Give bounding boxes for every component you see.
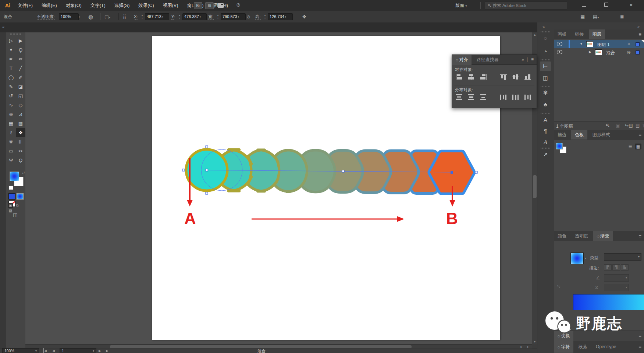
next-artboard-icon[interactable]: ▶ [99,348,101,353]
panel-collapse-icon[interactable]: » [522,57,524,62]
opacity-menu-arrow[interactable]: › [79,11,80,22]
close-button[interactable]: ✕ [623,1,640,9]
appearance-panel-icon[interactable]: ¶ [540,126,551,136]
reference-point-icon[interactable]: ⣿ [123,11,126,22]
control-panel-menu-icon[interactable]: ≣ [620,11,624,22]
symbol-sprayer-tool[interactable]: ❋ [6,137,16,147]
draw-behind-mode-button[interactable]: ⧉ [14,203,20,208]
width-stepper[interactable]: ▴▾ [216,14,220,20]
selection-tool[interactable]: ▷ [6,36,16,45]
height-label[interactable]: 高: [255,14,261,20]
curvature-tool[interactable]: ✑ [16,54,25,64]
tab-transparency[interactable]: 透明度 [571,231,592,241]
graphic-styles-panel-icon[interactable]: A [540,115,551,125]
slice-tool[interactable]: ✂ [16,147,25,156]
pen-tool[interactable]: ✒ [6,54,16,64]
asset-export-panel-icon[interactable]: ↗ [540,150,551,159]
maximize-button[interactable] [598,1,615,9]
anchor-handle-selected[interactable] [451,171,453,174]
y-label[interactable]: Y: [171,14,175,20]
new-layer-icon[interactable]: ▤ [636,123,640,128]
mesh-tool[interactable]: ▦ [6,119,16,128]
vertical-scroll-thumb[interactable] [533,175,537,198]
collapse-tools-icon[interactable]: « [2,25,4,29]
height-stepper[interactable]: ▴▾ [263,14,267,20]
adobe-stock-search-input[interactable]: 🔍︎ 搜索 Adobe Stock [485,1,567,10]
distribute-right-icon[interactable] [524,93,532,101]
scale-tool[interactable]: ◱ [16,91,25,100]
workspace-switcher[interactable]: 版面 ▾ [455,0,467,11]
chevron-down-icon[interactable]: ▾ [225,3,227,7]
layer-thumbnail[interactable] [586,41,593,47]
align-top-icon[interactable] [499,73,508,81]
menu-item-5[interactable]: 效果(C) [134,0,158,11]
align-left-icon[interactable] [455,73,463,81]
gpu-performance-icon[interactable] [218,3,224,8]
zoom-level-field[interactable]: 100%▾ [2,348,39,353]
list-view-icon[interactable]: ☰ [627,144,634,149]
delete-layer-icon[interactable]: 🗑︎ [642,123,644,128]
perspective-grid-tool[interactable]: ⊿ [16,110,25,119]
menu-item-3[interactable]: 文字(T) [86,0,110,11]
prev-artboard-icon[interactable]: ◀ [52,348,55,353]
gradient-tool[interactable]: ▧ [16,119,25,128]
selection-chip[interactable] [636,50,640,54]
distribute-v-center-icon[interactable] [467,93,475,101]
tab-character[interactable]: ◇ 字符 [554,341,573,353]
align-v-center-icon[interactable] [512,73,520,81]
selection-chip[interactable] [636,42,640,46]
locate-object-icon[interactable]: 🔍︎ [605,123,610,128]
device-preview-icon[interactable]: ⊘ [235,1,241,8]
opacity-field[interactable]: 100% [59,13,79,20]
pencil-tool[interactable]: ✎ [6,82,16,91]
free-transform-tool[interactable]: ◇ [16,100,25,110]
blend-tool[interactable]: ❖ [16,128,25,137]
anchor-handle-4[interactable] [206,169,208,171]
tab-links[interactable]: 链接 [571,29,587,39]
stroke-along-icon[interactable]: ▜ [612,264,620,271]
distribute-h-center-icon[interactable] [512,93,520,101]
x-label[interactable]: X: [134,14,138,20]
width-label[interactable]: 宽: [208,14,214,20]
pathfinder-panel-icon[interactable]: ◫ [540,73,551,83]
toolbar-grip[interactable] [10,33,22,35]
width-tool[interactable]: ∿ [6,100,16,110]
scroll-down-icon[interactable]: ▼ [532,340,537,343]
stock-button[interactable]: St [205,2,214,9]
shape-builder-tool[interactable]: ⊕ [6,110,16,119]
first-artboard-icon[interactable]: ◀ [43,348,47,353]
menu-item-1[interactable]: 编辑(E) [37,0,61,11]
align-h-center-icon[interactable] [467,73,475,81]
swap-fill-stroke-icon[interactable]: ⇄ [22,171,25,174]
gradient-type-select[interactable]: ▾ [604,253,641,261]
anchor-handle-3[interactable] [206,192,208,194]
character-styles-panel-icon[interactable]: A [540,137,551,147]
draw-normal-mode-button[interactable]: ▣ [8,203,13,208]
tab-artboards[interactable]: 画板 [554,29,570,39]
x-stepper[interactable]: ▴▾ [140,14,144,20]
column-graph-tool[interactable]: ⊪ [16,137,25,147]
rotate-tool[interactable]: ↺ [6,91,16,100]
brushes-panel-icon[interactable]: ✾ [540,88,551,98]
eyedropper-tool[interactable]: ℓ [6,128,16,137]
anchor-handle-1[interactable] [182,169,185,171]
grid-view-icon[interactable]: ▦ [635,144,641,149]
gradient-aspect-select[interactable]: ▾ [604,284,629,291]
layer-row[interactable]: ▼ 图层 1 ○ [554,40,644,48]
panel-menu-icon[interactable]: ≡ [531,57,534,62]
eraser-tool[interactable]: ◪ [16,82,25,91]
menu-item-6[interactable]: 视图(V) [159,0,183,11]
gradient-panel-icon[interactable]: ◔ [540,47,551,56]
tab-paragraph[interactable]: 段落 [575,341,591,352]
artboard-tool[interactable]: ▭ [6,147,16,156]
draw-inside-mode-button[interactable]: ▨ [8,208,13,213]
gradient-thumbnail[interactable] [570,253,584,264]
anchor-handle-6[interactable] [475,171,477,173]
blend-artwork[interactable]: AB [152,36,500,340]
symbols-panel-icon[interactable]: ♣ [540,100,551,109]
anchor-handle-5[interactable] [342,170,344,172]
align-bottom-icon[interactable] [524,73,532,81]
height-field[interactable]: 126.734ɪ [268,13,293,20]
tab-gradient[interactable]: ◇ 渐变 [593,231,613,241]
artboard-number-field[interactable]: 1▾ [60,348,96,353]
